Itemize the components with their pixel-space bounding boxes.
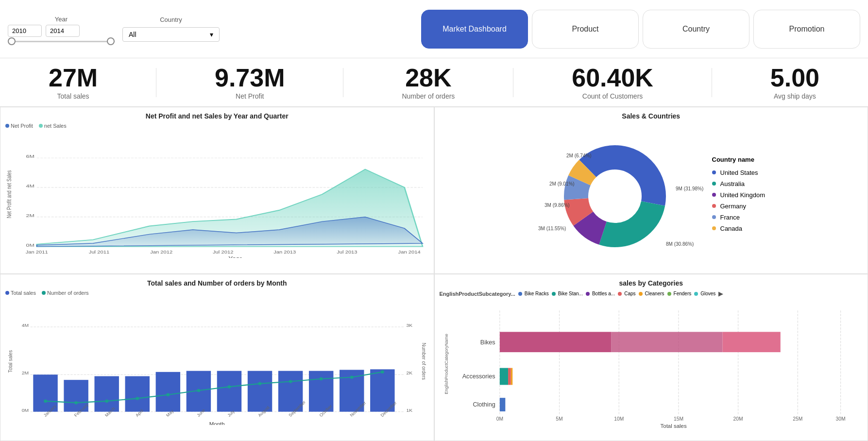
- bottles-legend: Bottles a...: [586, 291, 615, 296]
- svg-text:Total sales: Total sales: [8, 350, 13, 373]
- orders-legend-label: Number of orders: [47, 290, 89, 296]
- de-dot: [712, 204, 716, 208]
- svg-text:15M: 15M: [673, 416, 683, 422]
- svg-point-55: [105, 400, 108, 403]
- kpi-total-sales-value: 27M: [49, 65, 98, 90]
- au-dot: [712, 182, 716, 186]
- uk-label: United Kingdom: [720, 191, 766, 199]
- kpi-divider-1: [156, 68, 156, 97]
- svg-text:3K: 3K: [407, 322, 413, 328]
- chevron-down-icon: ▾: [210, 31, 213, 38]
- svg-text:Jul 2011: Jul 2011: [89, 250, 110, 254]
- year-slider: [8, 41, 115, 42]
- bike-stan-legend: Bike Stan...: [552, 291, 583, 296]
- slider-fill: [8, 41, 115, 42]
- tab-market-dashboard[interactable]: Market Dashboard: [421, 10, 528, 49]
- svg-text:0M: 0M: [496, 416, 503, 422]
- bike-racks-label: Bike Racks: [525, 291, 549, 296]
- kpi-net-profit-value: 9.73M: [215, 65, 285, 90]
- donut-chart-title: Sales & Countries: [440, 112, 863, 120]
- legend-item-uk: United Kingdom: [712, 191, 766, 199]
- tab-country[interactable]: Country: [643, 10, 749, 49]
- subcategory-legend: EnglishProductSubcategory... Bike Racks …: [440, 290, 863, 297]
- more-subcategories-arrow[interactable]: ▶: [718, 290, 723, 297]
- subcategory-legend-label: EnglishProductSubcategory...: [440, 291, 515, 297]
- gloves-label: Gloves: [700, 291, 715, 296]
- svg-text:Number of orders: Number of orders: [421, 343, 426, 380]
- nav-tabs: Market Dashboard Product Country Promoti…: [421, 10, 860, 49]
- svg-text:10M: 10M: [614, 416, 624, 422]
- net-profit-legend-label: Net Profit: [11, 123, 33, 129]
- tab-product[interactable]: Product: [532, 10, 639, 49]
- svg-text:0M: 0M: [26, 242, 34, 247]
- svg-text:Jul 2013: Jul 2013: [337, 250, 357, 254]
- svg-text:2M: 2M: [26, 213, 34, 218]
- legend-item-au: Australia: [712, 180, 766, 187]
- svg-text:2M (9.01%): 2M (9.01%): [549, 181, 575, 187]
- charts-area: Net Profit and net Sales by Year and Qua…: [0, 107, 868, 441]
- svg-text:Jul 2012: Jul 2012: [213, 250, 234, 254]
- svg-point-56: [136, 397, 139, 400]
- kpi-orders-label: Number of orders: [402, 92, 455, 100]
- svg-rect-90: [611, 332, 722, 352]
- kpi-ship-days-value: 5.00: [770, 65, 819, 90]
- monthly-legend: Total sales Number of orders: [5, 290, 429, 296]
- fenders-label: Fenders: [674, 291, 692, 296]
- monthly-chart-title: Total sales and Number of orders by Mont…: [5, 279, 429, 287]
- kpi-divider-4: [712, 68, 712, 97]
- monthly-chart-panel: Total sales and Number of orders by Mont…: [0, 274, 434, 441]
- legend-item-de: Germany: [712, 203, 766, 210]
- tab-promotion[interactable]: Promotion: [753, 10, 860, 49]
- donut-legend-title: Country name: [712, 156, 766, 163]
- svg-point-53: [44, 400, 47, 403]
- country-select[interactable]: All ▾: [122, 27, 220, 42]
- net-profit-legend-dot: Net Profit: [5, 123, 33, 129]
- uk-dot: [712, 193, 716, 197]
- fenders-legend: Fenders: [667, 291, 692, 296]
- kpi-orders: 28K Number of orders: [402, 65, 455, 100]
- slider-thumb-right[interactable]: [107, 37, 115, 45]
- slider-thumb-left[interactable]: [8, 37, 16, 45]
- total-sales-legend-label: Total sales: [11, 290, 36, 296]
- svg-rect-94: [511, 368, 512, 385]
- svg-rect-95: [499, 398, 505, 411]
- bike-racks-legend: Bike Racks: [518, 291, 549, 296]
- svg-text:2M: 2M: [22, 371, 29, 376]
- legend-item-ca: Canada: [712, 225, 766, 232]
- fr-label: France: [720, 214, 740, 221]
- svg-text:30M: 30M: [835, 416, 845, 422]
- svg-rect-91: [722, 332, 780, 352]
- year-inputs: [8, 25, 80, 37]
- area-chart-svg: Net Profit and net Sales 0M 2M 4M 6M: [5, 131, 429, 258]
- kpi-ship-days-label: Avg ship days: [770, 92, 819, 100]
- donut-svg: 9M (31.98%) 8M (30.86%) 3M (11.55%) 3M (…: [537, 128, 707, 259]
- kpi-net-profit: 9.73M Net Profit: [215, 65, 285, 100]
- svg-text:Year: Year: [228, 255, 242, 258]
- ca-label: Canada: [720, 225, 743, 232]
- svg-text:1K: 1K: [407, 407, 413, 413]
- cleaners-legend: Cleaners: [639, 291, 664, 296]
- year-to-input[interactable]: [46, 25, 80, 37]
- svg-text:Total sales: Total sales: [660, 423, 686, 429]
- categories-chart-container: EnglishProductCategoryName Bikes Accesso…: [440, 299, 863, 429]
- svg-text:3M (9.86%): 3M (9.86%): [545, 203, 570, 208]
- svg-point-58: [197, 389, 200, 392]
- kpi-divider-2: [343, 68, 343, 97]
- orders-legend: Number of orders: [42, 290, 89, 296]
- legend-item-fr: France: [712, 214, 766, 221]
- kpi-orders-value: 28K: [402, 65, 455, 90]
- svg-text:4M: 4M: [22, 322, 29, 328]
- svg-rect-43: [94, 376, 119, 412]
- svg-point-23: [593, 174, 637, 218]
- country-filter-label: Country: [122, 16, 220, 23]
- svg-text:Accessories: Accessories: [462, 373, 495, 379]
- svg-point-64: [381, 371, 384, 374]
- year-from-input[interactable]: [8, 25, 42, 37]
- svg-point-59: [228, 385, 231, 389]
- svg-text:Month: Month: [209, 421, 225, 425]
- us-dot: [712, 170, 716, 174]
- svg-text:8M (30.86%): 8M (30.86%): [666, 241, 694, 247]
- monthly-chart-svg: Total sales Number of orders 0M 2M 4M 1K…: [5, 298, 429, 425]
- au-label: Australia: [720, 180, 745, 187]
- year-label: Year: [8, 16, 115, 23]
